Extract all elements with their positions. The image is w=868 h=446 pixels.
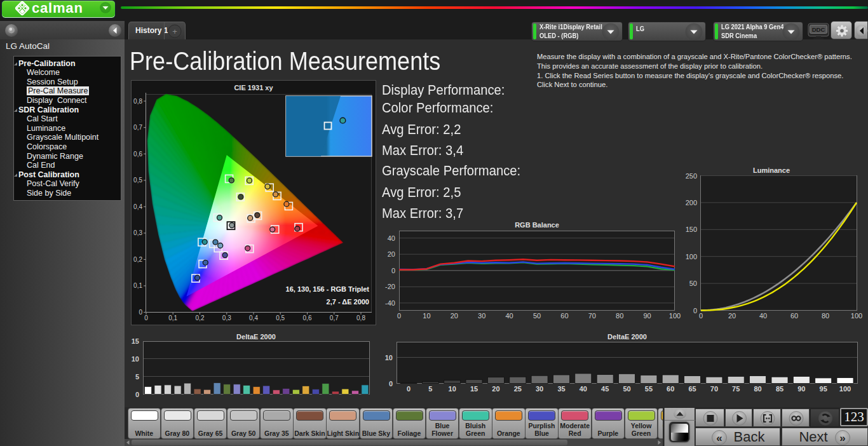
svg-text:100: 100	[851, 312, 862, 320]
svg-text:150: 150	[686, 226, 697, 233]
svg-text:80: 80	[616, 312, 623, 320]
svg-text:60: 60	[790, 312, 798, 320]
svg-text:0: 0	[139, 309, 142, 316]
svg-text:DeltaE 2000: DeltaE 2000	[607, 333, 647, 341]
svg-text:15: 15	[470, 385, 478, 393]
svg-text:15: 15	[132, 337, 139, 345]
svg-text:35: 35	[557, 385, 565, 393]
svg-text:0,7: 0,7	[330, 314, 339, 321]
svg-text:40: 40	[388, 234, 395, 242]
svg-text:50: 50	[623, 385, 630, 393]
svg-text:10: 10	[423, 312, 430, 320]
svg-text:DeltaE 2000: DeltaE 2000	[236, 333, 276, 341]
svg-text:25: 25	[514, 385, 522, 393]
svg-text:10: 10	[385, 354, 393, 362]
svg-text:20: 20	[492, 385, 499, 393]
svg-text:90: 90	[797, 385, 805, 393]
svg-text:0,6: 0,6	[303, 314, 312, 321]
svg-text:0,7: 0,7	[133, 124, 142, 131]
svg-text:0,2: 0,2	[133, 256, 142, 263]
svg-text:5: 5	[428, 385, 432, 393]
svg-text:50: 50	[689, 280, 697, 287]
svg-text:70: 70	[710, 385, 718, 393]
svg-text:250: 250	[686, 172, 697, 180]
svg-text:0,4: 0,4	[133, 203, 142, 210]
svg-text:»: »	[839, 432, 845, 444]
svg-text:75: 75	[732, 385, 740, 393]
svg-text:0: 0	[693, 307, 697, 314]
svg-text:DDC: DDC	[812, 26, 825, 33]
svg-text:«: «	[716, 432, 722, 444]
svg-text:0,5: 0,5	[276, 314, 285, 321]
svg-text:0: 0	[407, 385, 410, 393]
svg-text:30: 30	[536, 385, 543, 393]
svg-text:10: 10	[449, 385, 456, 393]
svg-text:0,2: 0,2	[196, 314, 205, 321]
svg-text:10: 10	[132, 355, 139, 363]
svg-text:45: 45	[601, 385, 609, 393]
svg-text:-20: -20	[385, 283, 395, 290]
svg-text:CIE 1931 xy: CIE 1931 xy	[234, 84, 273, 91]
svg-text:2,7 - ΔE 2000: 2,7 - ΔE 2000	[327, 298, 369, 306]
svg-text:0: 0	[397, 312, 401, 320]
svg-text:0,4: 0,4	[249, 314, 258, 321]
svg-text:55: 55	[645, 385, 653, 393]
svg-text:80: 80	[754, 385, 761, 393]
svg-text:0: 0	[144, 314, 148, 321]
svg-text:20: 20	[388, 250, 395, 258]
svg-text:16, 130, 156 - RGB Triplet: 16, 130, 156 - RGB Triplet	[286, 285, 370, 293]
svg-text:Luminance: Luminance	[753, 166, 790, 174]
svg-text:100: 100	[686, 253, 697, 260]
svg-text:5: 5	[135, 373, 139, 381]
svg-text:60: 60	[560, 312, 568, 320]
svg-text:95: 95	[820, 385, 827, 393]
svg-text:0,6: 0,6	[133, 151, 142, 158]
svg-text:0: 0	[135, 391, 139, 398]
svg-text:RGB Balance: RGB Balance	[515, 221, 559, 229]
svg-text:0,3: 0,3	[133, 229, 142, 236]
svg-text:0: 0	[391, 267, 395, 274]
svg-text:40: 40	[580, 385, 587, 393]
svg-text:200: 200	[686, 199, 697, 206]
svg-text:60: 60	[667, 385, 674, 393]
svg-text:0,8: 0,8	[356, 314, 365, 321]
svg-text:0: 0	[699, 312, 703, 320]
svg-text:65: 65	[688, 385, 696, 393]
svg-text:-40: -40	[385, 299, 395, 307]
svg-text:100: 100	[839, 385, 851, 393]
svg-text:70: 70	[588, 312, 596, 320]
svg-text:50: 50	[533, 312, 541, 320]
svg-text:20: 20	[728, 312, 736, 320]
svg-text:80: 80	[822, 312, 829, 320]
svg-text:0,1: 0,1	[168, 314, 177, 321]
svg-text:+: +	[172, 27, 177, 36]
svg-text:30: 30	[478, 312, 485, 320]
svg-text:0,5: 0,5	[133, 177, 142, 184]
svg-text:0: 0	[389, 380, 393, 388]
svg-text:85: 85	[776, 385, 783, 393]
svg-text:40: 40	[759, 312, 767, 320]
svg-text:0,1: 0,1	[133, 282, 142, 289]
svg-text:90: 90	[643, 312, 651, 320]
svg-text:0,8: 0,8	[133, 98, 142, 105]
svg-text:0,3: 0,3	[222, 314, 231, 321]
svg-text:20: 20	[451, 312, 458, 320]
svg-text:40: 40	[505, 312, 513, 320]
